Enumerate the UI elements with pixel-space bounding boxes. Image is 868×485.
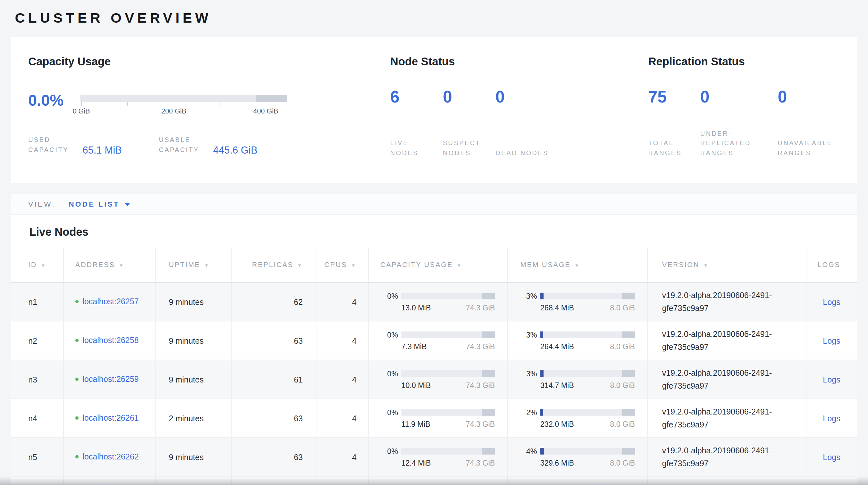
sort-icon: ▼ xyxy=(204,263,210,268)
logs-link[interactable]: Logs xyxy=(823,336,840,345)
column-header-address[interactable]: ADDRESS▼ xyxy=(64,248,156,282)
node-version-cell: v19.2.0-alpha.20190606-2491-gfe735c9a97 xyxy=(648,321,807,360)
node-mem-usage-cell: 3% 268.4 MiB 8.0 GiB xyxy=(507,283,648,321)
version-text: v19.2.0-alpha.20190606-2491-gfe735c9a97 xyxy=(662,367,796,392)
sort-icon: ▼ xyxy=(351,263,356,268)
column-header-replicas[interactable]: REPLICAS▼ xyxy=(232,248,317,282)
axis-tick-label: 400 GiB xyxy=(253,108,278,115)
column-header-capacity-usage[interactable]: CAPACITY USAGE▼ xyxy=(369,248,507,282)
capacity-percent-text: 0% xyxy=(380,370,398,378)
live-nodes-label: LIVE NODES xyxy=(391,139,443,159)
node-version-cell: v19.2.0-alpha.20190606-2491-gfe735c9a97 xyxy=(648,283,807,321)
mem-used-fill xyxy=(540,370,544,377)
capacity-total-value: 74.3 GiB xyxy=(466,381,495,390)
capacity-percent-text: 0% xyxy=(380,292,398,301)
node-id-cell: n5 xyxy=(11,438,64,476)
cluster-overview-page: CLUSTER OVERVIEW Capacity Usage 0.0% xyxy=(0,0,868,485)
under-replicated-ranges-label: UNDER-REPLICATED RANGES xyxy=(701,129,778,159)
node-logs-cell: Logs xyxy=(807,399,857,437)
mem-used-fill xyxy=(540,332,543,338)
sort-icon: ▼ xyxy=(457,263,462,268)
node-capacity-usage-cell: 0% 10.0 MiB 74.3 GiB xyxy=(369,360,507,398)
total-ranges-stat: 75 TOTAL RANGES xyxy=(648,68,700,159)
summary-card: Capacity Usage 0.0% xyxy=(11,37,857,183)
mem-total-value: 8.0 GiB xyxy=(610,342,635,351)
version-text: v19.2.0-alpha.20190606-2491-gfe735c9a97 xyxy=(662,289,796,315)
node-live-status-icon xyxy=(75,416,79,419)
mem-bar-reserved-segment xyxy=(622,448,635,455)
sort-icon: ▼ xyxy=(41,263,46,268)
column-header-uptime[interactable]: UPTIME▼ xyxy=(156,248,232,282)
capacity-usage-section: Capacity Usage 0.0% xyxy=(28,55,390,183)
capacity-bar-reserved-segment xyxy=(256,95,287,102)
node-address-link[interactable]: localhost:26261 xyxy=(82,412,141,425)
node-address-link[interactable]: localhost:26259 xyxy=(82,373,141,386)
mem-total-value: 8.0 GiB xyxy=(610,420,635,428)
node-logs-cell: Logs xyxy=(807,438,857,476)
dead-nodes-label: DEAD NODES xyxy=(495,149,567,159)
node-mem-usage-cell: 3% 264.4 MiB 8.0 GiB xyxy=(507,321,648,360)
view-selected-option: NODE LIST xyxy=(69,200,120,208)
view-label: VIEW: xyxy=(28,200,55,208)
node-status-section: Node Status 6 LIVE NODES 0 SUSPECT NODES… xyxy=(391,55,648,183)
node-version-cell: v19.2.0-alpha.20190606-2491-gfe735c9a97 xyxy=(648,438,807,476)
node-mem-usage-cell: 4% 329.6 MiB 8.0 GiB xyxy=(507,438,648,476)
logs-link[interactable]: Logs xyxy=(823,414,840,423)
logs-link[interactable]: Logs xyxy=(823,375,840,384)
node-cpus-cell: 4 xyxy=(317,438,368,476)
usable-capacity-stat: USABLE CAPACITY 445.6 GiB xyxy=(159,135,257,155)
node-address-cell: localhost:26261 xyxy=(64,399,156,437)
version-text: v19.2.0-alpha.20190606-2491-gfe735c9a97 xyxy=(662,328,796,353)
capacity-total-value: 74.3 GiB xyxy=(466,304,495,312)
mem-percent-text: 4% xyxy=(519,447,537,456)
view-selector-dropdown[interactable]: NODE LIST xyxy=(69,200,130,208)
column-header-mem-usage[interactable]: MEM USAGE▼ xyxy=(507,248,648,282)
table-row: n1 localhost:26257 9 minutes 62 4 0% 13. xyxy=(11,283,857,321)
table-row: n2 localhost:26258 9 minutes 63 4 0% 7.3 xyxy=(11,321,857,360)
unavailable-ranges-label: UNAVAILABLE RANGES xyxy=(778,139,856,159)
table-row: n3 localhost:26259 9 minutes 61 4 0% 10. xyxy=(11,360,857,399)
node-live-status-icon xyxy=(75,339,79,342)
node-address-link[interactable]: localhost:26258 xyxy=(82,334,141,347)
version-text: v19.2.0-alpha.20190606-2491-gfe735c9a97 xyxy=(662,444,796,470)
node-capacity-usage-cell: 0% 7.3 MiB 74.3 GiB xyxy=(369,321,507,360)
total-ranges-label: TOTAL RANGES xyxy=(648,139,700,159)
view-bar: VIEW: NODE LIST xyxy=(11,194,857,215)
page-title: CLUSTER OVERVIEW xyxy=(15,10,868,26)
live-nodes-card: Live Nodes ID▼ ADDRESS▼ UPTIME▼ REPLICAS… xyxy=(11,215,857,484)
table-row-partial xyxy=(11,477,857,484)
node-cpus-cell: 4 xyxy=(317,283,368,321)
node-version-cell: v19.2.0-alpha.20190606-2491-gfe735c9a97 xyxy=(648,399,807,437)
mem-percent-text: 3% xyxy=(519,370,537,378)
mem-total-value: 8.0 GiB xyxy=(610,381,635,390)
capacity-total-value: 74.3 GiB xyxy=(466,420,495,428)
node-address-link[interactable]: localhost:26262 xyxy=(82,451,141,463)
capacity-percent-text: 0% xyxy=(380,331,398,339)
capacity-used-value: 13.0 MiB xyxy=(401,304,431,312)
capacity-percent-text: 0% xyxy=(380,408,398,417)
node-capacity-usage-cell: 0% 11.9 MiB 74.3 GiB xyxy=(369,399,507,437)
replication-status-section: Replication Status 75 TOTAL RANGES 0 UND… xyxy=(648,55,857,183)
node-replicas-cell: 63 xyxy=(232,438,317,476)
node-status-title: Node Status xyxy=(391,55,648,68)
mem-bar-reserved-segment xyxy=(622,293,635,299)
table-row: n4 localhost:26261 2 minutes 63 4 0% 11. xyxy=(11,399,857,438)
column-header-cpus[interactable]: CPUS▼ xyxy=(317,248,368,282)
node-replicas-cell: 63 xyxy=(232,399,317,437)
mem-used-value: 264.4 MiB xyxy=(540,342,574,351)
sort-icon: ▼ xyxy=(703,263,709,268)
node-replicas-cell: 62 xyxy=(232,283,317,321)
logs-link[interactable]: Logs xyxy=(823,453,840,461)
node-address-link[interactable]: localhost:26257 xyxy=(82,295,141,308)
column-header-version[interactable]: VERSION▼ xyxy=(648,248,807,282)
capacity-usage-bar xyxy=(401,370,495,377)
capacity-usage-bar xyxy=(401,409,495,416)
logs-link[interactable]: Logs xyxy=(823,297,840,306)
used-capacity-value: 65.1 MiB xyxy=(82,145,122,156)
suspect-nodes-label: SUSPECT NODES xyxy=(443,139,495,159)
column-header-id[interactable]: ID▼ xyxy=(11,248,64,282)
capacity-bar-reserved-segment xyxy=(482,332,495,338)
live-nodes-table: ID▼ ADDRESS▼ UPTIME▼ REPLICAS▼ CPUS▼ CAP… xyxy=(11,248,857,484)
mem-percent-text: 2% xyxy=(519,408,537,417)
node-id-cell: n1 xyxy=(11,283,64,321)
